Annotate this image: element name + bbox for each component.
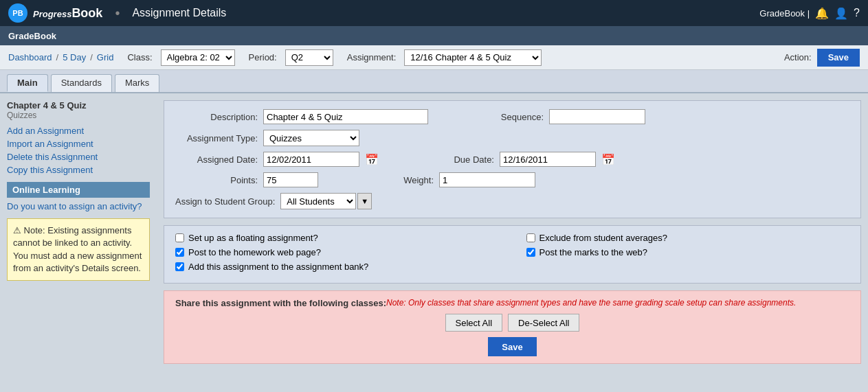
save-button-top[interactable]: Save [817, 49, 860, 67]
sequence-label: Sequence: [461, 112, 544, 122]
tabs-area: Main Standards Marks [0, 70, 868, 93]
weight-label: Weight: [351, 175, 434, 185]
floating-check-col: Set up as a floating assignment? [175, 233, 499, 243]
sequence-group: Sequence: [461, 109, 645, 124]
due-date-label: Due Date: [412, 154, 494, 165]
divider: • [115, 5, 120, 21]
marks-web-checkbox[interactable] [526, 248, 535, 257]
nav-grid[interactable]: Grid [97, 52, 114, 62]
sidebar-add-assignment[interactable]: Add an Assignment [7, 126, 150, 136]
class-control: Class: Algebra 2: 02 [127, 49, 234, 66]
tab-standards[interactable]: Standards [51, 74, 112, 92]
save-button-bottom[interactable]: Save [488, 337, 536, 356]
class-select[interactable]: Algebra 2: 02 [161, 49, 235, 66]
tab-marks[interactable]: Marks [115, 74, 159, 92]
header-title: Assignment Details [132, 7, 226, 19]
nav-five-day[interactable]: 5 Day [63, 52, 86, 62]
exclude-checkbox[interactable] [526, 233, 535, 242]
form-area: Description: Sequence: Assignment Type: … [157, 93, 868, 392]
assign-select-wrap: All Students ▼ [280, 193, 372, 209]
sidebar-delete-assignment[interactable]: Delete this Assignment [7, 152, 150, 162]
check-row-3: Add this assignment to the assignment ba… [175, 262, 849, 272]
bank-checkbox[interactable] [175, 262, 184, 271]
bell-icon[interactable]: 🔔 [815, 7, 829, 20]
exclude-check-col: Exclude from student averages? [526, 233, 850, 243]
weight-group: Weight: [351, 172, 535, 187]
exclude-label: Exclude from student averages? [539, 233, 667, 243]
note-text: ⚠ Note: Existing assignments cannot be l… [13, 225, 142, 273]
assigned-date-calendar-icon[interactable]: 📅 [365, 153, 379, 166]
assignment-label: Assignment: [347, 52, 397, 62]
assignment-type-select[interactable]: Quizzes [263, 130, 359, 146]
description-input[interactable] [263, 109, 428, 124]
top-header: PB ProgressBook • Assignment Details Gra… [0, 0, 868, 26]
form-panel: Description: Sequence: Assignment Type: … [164, 100, 861, 218]
assign-dropdown-button[interactable]: ▼ [357, 193, 372, 209]
sub-header-label: GradeBook [8, 31, 56, 41]
nav-sep2: / [90, 52, 93, 62]
checkboxes-panel: Set up as a floating assignment? Exclude… [164, 225, 861, 284]
help-icon[interactable]: ? [854, 7, 860, 19]
period-select[interactable]: Q2 [285, 49, 333, 66]
nav-bar: Dashboard / 5 Day / Grid Class: Algebra … [0, 45, 868, 70]
tab-main[interactable]: Main [7, 74, 48, 92]
marks-web-check-col: Post the marks to the web? [526, 247, 850, 257]
assignment-select[interactable]: 12/16 Chapter 4 & 5 Quiz [404, 49, 542, 66]
dates-row: Assigned Date: 📅 Due Date: 📅 [175, 152, 849, 167]
sidebar-copy-assignment[interactable]: Copy this Assignment [7, 165, 150, 175]
deselect-all-button[interactable]: De-Select All [508, 314, 579, 332]
assigned-date-label: Assigned Date: [175, 154, 258, 165]
description-row: Description: Sequence: [175, 109, 849, 124]
sequence-input[interactable] [549, 109, 645, 124]
user-icon[interactable]: 👤 [834, 7, 848, 20]
floating-label: Set up as a floating assignment? [188, 233, 318, 243]
class-label: Class: [127, 52, 152, 62]
main-layout: Chapter 4 & 5 Quiz Quizzes Add an Assign… [0, 93, 868, 392]
assignment-type-label: Assignment Type: [175, 133, 258, 143]
period-control: Period: Q2 [249, 49, 333, 66]
assign-group-select[interactable]: All Students [280, 193, 356, 209]
due-date-input[interactable] [500, 152, 596, 167]
gradebook-label: GradeBook | [759, 8, 810, 19]
assign-group-row: Assign to Student Group: All Students ▼ [175, 193, 849, 209]
marks-web-label: Post the marks to the web? [539, 247, 648, 257]
check-row-1: Set up as a floating assignment? Exclude… [175, 233, 849, 243]
check-row-2: Post to the homework web page? Post the … [175, 247, 849, 257]
sidebar-subtitle: Quizzes [7, 111, 150, 120]
sidebar-import-assignment[interactable]: Import an Assignment [7, 139, 150, 149]
bank-label: Add this assignment to the assignment ba… [188, 262, 368, 272]
points-input[interactable] [263, 172, 318, 187]
description-label: Description: [175, 112, 258, 122]
assignment-type-row: Assignment Type: Quizzes [175, 130, 849, 146]
assigned-date-input[interactable] [263, 152, 359, 167]
due-date-calendar-icon[interactable]: 📅 [601, 153, 615, 166]
weight-input[interactable] [439, 172, 535, 187]
logo-text: ProgressBook [33, 6, 102, 21]
sub-header: GradeBook [0, 26, 868, 45]
points-row: Points: Weight: [175, 172, 849, 187]
floating-checkbox[interactable] [175, 233, 184, 242]
nav-dashboard[interactable]: Dashboard [8, 52, 52, 62]
period-label: Period: [249, 52, 277, 62]
assign-group-label: Assign to Student Group: [175, 196, 275, 207]
homework-checkbox[interactable] [175, 248, 184, 257]
logo-area: PB ProgressBook • Assignment Details [8, 3, 226, 23]
action-label: Action: [784, 52, 812, 62]
share-note: Note: Only classes that share assignment… [386, 298, 796, 308]
sidebar-title: Chapter 4 & 5 Quiz [7, 100, 150, 111]
note-box: ⚠ Note: Existing assignments cannot be l… [7, 218, 150, 281]
share-header-row: Share this assignment with the following… [175, 298, 849, 308]
share-title: Share this assignment with the following… [175, 298, 386, 308]
due-date-group: Due Date: 📅 [412, 152, 615, 167]
points-label: Points: [175, 175, 258, 185]
share-panel: Share this assignment with the following… [164, 290, 861, 364]
logo-icon: PB [8, 3, 27, 23]
sidebar: Chapter 4 & 5 Quiz Quizzes Add an Assign… [0, 93, 157, 392]
nav-links: Dashboard / 5 Day / Grid [8, 52, 113, 62]
bank-check-col: Add this assignment to the assignment ba… [175, 262, 849, 272]
action-area: Action: Save [784, 49, 860, 67]
nav-sep1: / [56, 52, 59, 62]
select-all-button[interactable]: Select All [445, 314, 502, 332]
header-right: GradeBook | 🔔 👤 ? [759, 7, 860, 20]
activity-link[interactable]: Do you want to assign an activity? [7, 200, 150, 213]
